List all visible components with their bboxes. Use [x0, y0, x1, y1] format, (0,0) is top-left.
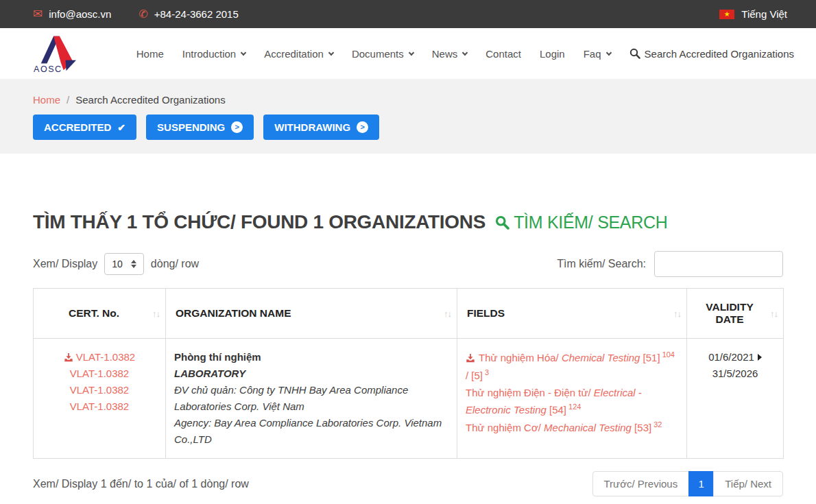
- breadcrumb-separator: /: [67, 94, 69, 106]
- breadcrumb: Home / Search Accredited Organizations: [33, 94, 783, 106]
- nav-news[interactable]: News: [432, 48, 468, 60]
- search-link-label: TÌM KIẾM/ SEARCH: [514, 213, 667, 232]
- table-info-text: Xem/ Display 1 đến/ to 1 của/ of 1 dòng/…: [33, 478, 249, 490]
- nav-label: Contact: [485, 48, 521, 60]
- org-agency-vi: ĐV chủ quản: Công ty TNHH Bay Area Compl…: [174, 382, 448, 415]
- main-content: TÌM THẤY 1 TỔ CHỨC/ FOUND 1 ORGANIZATION…: [0, 211, 816, 496]
- field-link-mechanical-testing[interactable]: Thử nghiệm Cơ/ Mechanical Testing [53]32: [466, 422, 662, 433]
- site-header: AOSC Home Introduction Accreditation Doc…: [0, 28, 816, 79]
- button-label: SUSPENDING: [157, 121, 225, 133]
- download-icon: [466, 353, 475, 363]
- nav-label: Documents: [352, 48, 404, 60]
- sort-icon: ↑↓: [444, 309, 451, 319]
- header-organization-name[interactable]: ORGANIZATION NAME ↑↓: [166, 289, 457, 339]
- cert-link[interactable]: VLAT-1.0382: [42, 365, 157, 382]
- download-icon: [64, 352, 73, 362]
- nav-label: Introduction: [182, 48, 236, 60]
- nav-label: Home: [136, 48, 164, 60]
- header-fields[interactable]: FIELDS ↑↓: [457, 289, 687, 339]
- button-label: WITHDRAWING: [274, 121, 350, 133]
- language-label: Tiếng Việt: [741, 8, 787, 20]
- nav-search-accredited-organizations[interactable]: Search Accredited Organizations: [629, 48, 794, 60]
- search-icon: [495, 215, 509, 230]
- display-count-select[interactable]: 10: [104, 253, 144, 275]
- chevron-circle-icon: >: [231, 121, 243, 133]
- phone-link[interactable]: ✆ +84-24-3662 2015: [139, 8, 238, 20]
- validity-to: 31/5/2026: [712, 368, 758, 379]
- aosc-logo-icon: AOSC: [33, 33, 80, 74]
- nav-login[interactable]: Login: [540, 48, 565, 60]
- breadcrumb-band: Home / Search Accredited Organizations A…: [0, 79, 816, 154]
- nav-label: News: [432, 48, 458, 60]
- display-suffix: dòng/ row: [151, 258, 199, 270]
- chevron-down-icon: [328, 49, 334, 55]
- sort-icon: ↑↓: [152, 309, 160, 319]
- logo-text: AOSC: [34, 64, 62, 74]
- sort-icon: ↑↓: [673, 309, 681, 319]
- breadcrumb-home-link[interactable]: Home: [33, 94, 60, 106]
- cert-download-link[interactable]: VLAT-1.0382: [42, 349, 157, 365]
- withdrawing-button[interactable]: WITHDRAWING >: [263, 115, 379, 140]
- sort-icon: ↑↓: [770, 309, 778, 319]
- status-button-row: ACCREDITED ✔ SUSPENDING > WITHDRAWING >: [33, 115, 783, 140]
- search-icon: [629, 48, 640, 59]
- chevron-circle-icon: >: [357, 121, 368, 133]
- org-name-vi: Phòng thí nghiệm: [174, 349, 448, 365]
- nav-faq[interactable]: Faq: [584, 48, 611, 60]
- org-name-en: LABORATORY: [174, 365, 448, 382]
- chevron-down-icon: [605, 49, 611, 55]
- table-row: VLAT-1.0382 VLAT-1.0382 VLAT-1.0382 VLAT…: [34, 339, 784, 459]
- organization-name-cell: Phòng thí nghiệm LABORATORY ĐV chủ quản:…: [166, 339, 457, 459]
- nav-label: Login: [540, 48, 565, 60]
- nav-home[interactable]: Home: [136, 48, 164, 60]
- field-link-chemical-testing[interactable]: Thử nghiệm Hóa/ Chemical Testing [51]104: [466, 352, 675, 363]
- pagination-next[interactable]: Tiếp/ Next: [713, 471, 783, 496]
- email-icon: ✉: [33, 8, 43, 20]
- cert-link[interactable]: VLAT-1.0382: [42, 382, 157, 398]
- pagination-page-1[interactable]: 1: [688, 471, 714, 496]
- aosc-logo[interactable]: AOSC: [33, 33, 80, 74]
- phone-icon: ✆: [139, 9, 147, 20]
- field-link-electrical-electronic-testing[interactable]: Thử nghiệm Điện - Điện tử/ Electrical - …: [466, 387, 642, 416]
- suspending-button[interactable]: SUSPENDING >: [146, 115, 254, 140]
- results-title: TÌM THẤY 1 TỔ CHỨC/ FOUND 1 ORGANIZATION…: [33, 211, 485, 233]
- display-count-value: 10: [112, 259, 123, 269]
- fields-cell: Thử nghiệm Hóa/ Chemical Testing [51]104…: [457, 339, 687, 459]
- select-arrows-icon: [131, 260, 136, 268]
- phone-text: +84-24-3662 2015: [154, 8, 239, 20]
- cert-no-cell: VLAT-1.0382 VLAT-1.0382 VLAT-1.0382 VLAT…: [34, 339, 166, 459]
- results-table: CERT. No. ↑↓ ORGANIZATION NAME ↑↓ FIELDS…: [33, 288, 784, 459]
- nav-introduction[interactable]: Introduction: [182, 48, 245, 60]
- chevron-down-icon: [409, 49, 414, 55]
- check-icon: ✔: [117, 122, 125, 133]
- nav-label: Search Accredited Organizations: [645, 48, 794, 60]
- header-cert-no[interactable]: CERT. No. ↑↓: [34, 289, 166, 339]
- nav-documents[interactable]: Documents: [352, 48, 413, 60]
- display-label: Xem/ Display: [33, 258, 97, 270]
- triangle-right-icon: [758, 354, 762, 361]
- nav-accreditation[interactable]: Accreditation: [264, 48, 333, 60]
- language-switcher[interactable]: ★ Tiếng Việt: [719, 8, 787, 20]
- cert-link[interactable]: VLAT-1.0382: [42, 398, 157, 415]
- search-toggle-link[interactable]: TÌM KIẾM/ SEARCH: [495, 213, 667, 232]
- nav-label: Accreditation: [264, 48, 324, 60]
- email-text: info@aosc.vn: [49, 8, 111, 20]
- button-label: ACCREDITED: [44, 121, 111, 133]
- chevron-down-icon: [241, 49, 246, 55]
- header-validity-date[interactable]: VALIDITY DATE ↑↓: [687, 289, 784, 339]
- validity-date-cell: 01/6/2021 31/5/2026: [687, 339, 784, 459]
- breadcrumb-current: Search Accredited Organizations: [75, 94, 225, 106]
- table-search-label: Tìm kiếm/ Search:: [557, 258, 646, 270]
- pagination-previous[interactable]: Trước/ Previous: [592, 471, 690, 496]
- validity-from: 01/6/2021: [708, 351, 754, 363]
- vietnam-flag-icon: ★: [719, 10, 734, 19]
- topbar: ✉ info@aosc.vn ✆ +84-24-3662 2015 ★ Tiến…: [0, 0, 816, 28]
- email-link[interactable]: ✉ info@aosc.vn: [33, 8, 111, 20]
- nav-label: Faq: [584, 48, 601, 60]
- org-agency-en: Agency: Bay Area Compliance Laboratories…: [174, 415, 448, 448]
- nav-contact[interactable]: Contact: [485, 48, 521, 60]
- table-search-input[interactable]: [654, 251, 783, 277]
- accredited-button[interactable]: ACCREDITED ✔: [33, 115, 136, 140]
- chevron-down-icon: [462, 49, 468, 55]
- field-link-5[interactable]: / [5]3: [466, 370, 489, 381]
